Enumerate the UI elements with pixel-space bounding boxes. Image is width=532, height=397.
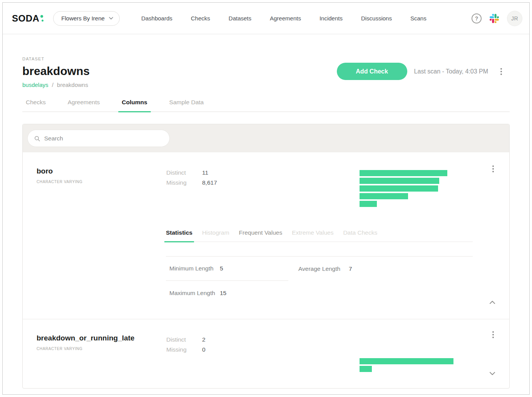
column-meta: boro CHARACTER VARYING [37,167,82,184]
column-type: CHARACTER VARYING [37,180,82,184]
missing-label: Missing [166,178,202,188]
value-bar [360,366,372,372]
search-pill[interactable] [27,130,170,147]
soda-logo-text: SODA [12,13,39,24]
nav-item-discussions[interactable]: Discussions [361,15,392,22]
dataset-tabs: Checks Agreements Columns Sample Data [22,99,510,112]
column-row-breakdown-or-running-late: breakdown_or_running_late CHARACTER VARY… [23,319,509,389]
value-bar [360,201,377,207]
page-title: breakdowns [22,65,90,78]
value-bar [360,358,453,364]
distinct-label: Distinct [166,335,202,345]
missing-value: 8,617 [202,178,217,188]
org-selector[interactable]: Flowers By Irene [53,11,120,26]
stat-average-length: Average Length 7 [295,257,417,281]
tab-sample-data[interactable]: Sample Data [169,99,204,112]
dataset-eyebrow: DATASET [22,57,90,61]
search-icon [34,135,40,142]
value-bar [360,193,408,199]
column-quick-stats: Distinct 11 Missing 8,617 [166,168,217,188]
add-check-button[interactable]: Add Check [337,63,407,80]
breadcrumb: busdelays / breakdowns [22,82,90,88]
column-quick-stats: Distinct 2 Missing 0 [166,335,206,355]
statistics-table: Minimum Length 5 Average Length 7 Maximu… [166,256,473,305]
slack-icon[interactable] [490,14,499,23]
dataset-header-left: DATASET breakdowns busdelays / breakdown… [22,57,90,88]
detail-tab-frequent-values[interactable]: Frequent Values [239,229,283,242]
value-bar [360,170,447,176]
chevron-down-icon [109,17,113,20]
search-bar [23,124,509,152]
dataset-kebab-menu[interactable] [498,67,504,77]
column-detail-panel: Statistics Histogram Frequent Values Ext… [166,229,473,305]
dataset-header: DATASET breakdowns busdelays / breakdown… [22,57,510,88]
value-bar [360,178,439,184]
soda-logo[interactable]: SODA [12,13,45,24]
top-nav: SODA Flowers By Irene Dashboards Checks … [3,3,529,34]
detail-tab-histogram: Histogram [202,229,229,242]
page-content: DATASET breakdowns busdelays / breakdown… [3,57,529,389]
nav-item-checks[interactable]: Checks [191,15,210,22]
breadcrumb-parent-link[interactable]: busdelays [22,82,49,88]
nav-item-scans[interactable]: Scans [410,15,427,22]
column-meta: breakdown_or_running_late CHARACTER VARY… [37,334,134,351]
tab-checks[interactable]: Checks [26,99,46,112]
column-kebab-menu[interactable] [490,330,496,340]
org-selector-label: Flowers By Irene [61,15,105,22]
collapse-chevron-up-icon[interactable] [488,299,497,305]
column-kebab-menu[interactable] [490,164,496,174]
nav-item-dashboards[interactable]: Dashboards [141,15,172,22]
distinct-value: 2 [202,335,206,345]
value-distribution-chart [360,170,447,209]
stat-maximum-length: Maximum Length 15 [166,281,288,305]
value-distribution-chart [360,358,453,374]
missing-label: Missing [166,345,202,355]
tab-columns[interactable]: Columns [122,99,147,112]
tab-agreements[interactable]: Agreements [68,99,100,112]
breadcrumb-separator: / [52,82,54,88]
soda-logo-colon-icon [40,14,45,23]
detail-tab-statistics[interactable]: Statistics [166,229,192,242]
column-detail-tabs: Statistics Histogram Frequent Values Ext… [166,229,473,242]
nav-item-agreements[interactable]: Agreements [270,15,301,22]
help-icon[interactable]: ? [472,13,482,23]
app-window: SODA Flowers By Irene Dashboards Checks … [2,2,530,395]
missing-value: 0 [202,345,206,355]
detail-tab-data-checks: Data Checks [343,229,377,242]
column-type: CHARACTER VARYING [37,347,134,351]
column-name: breakdown_or_running_late [37,334,134,342]
columns-card: boro CHARACTER VARYING Distinct 11 Missi… [22,124,510,389]
column-row-boro: boro CHARACTER VARYING Distinct 11 Missi… [23,152,509,319]
expand-chevron-down-icon[interactable] [488,370,497,377]
distinct-label: Distinct [166,168,202,178]
dataset-header-right: Add Check Last scan - Today, 4:03 PM [337,63,510,80]
detail-tab-extreme-values: Extreme Values [292,229,333,242]
nav-item-incidents[interactable]: Incidents [320,15,343,22]
user-avatar[interactable]: JR [507,11,522,26]
last-scan-text: Last scan - Today, 4:03 PM [414,68,488,75]
main-nav: Dashboards Checks Datasets Agreements In… [141,15,427,22]
distinct-value: 11 [202,168,217,178]
search-input[interactable] [44,135,163,142]
nav-item-datasets[interactable]: Datasets [229,15,251,22]
column-name: boro [37,167,82,175]
nav-right-group: ? JR [472,11,522,26]
breadcrumb-current: breakdowns [57,82,88,88]
stat-minimum-length: Minimum Length 5 [166,257,288,281]
value-bar [360,185,438,192]
